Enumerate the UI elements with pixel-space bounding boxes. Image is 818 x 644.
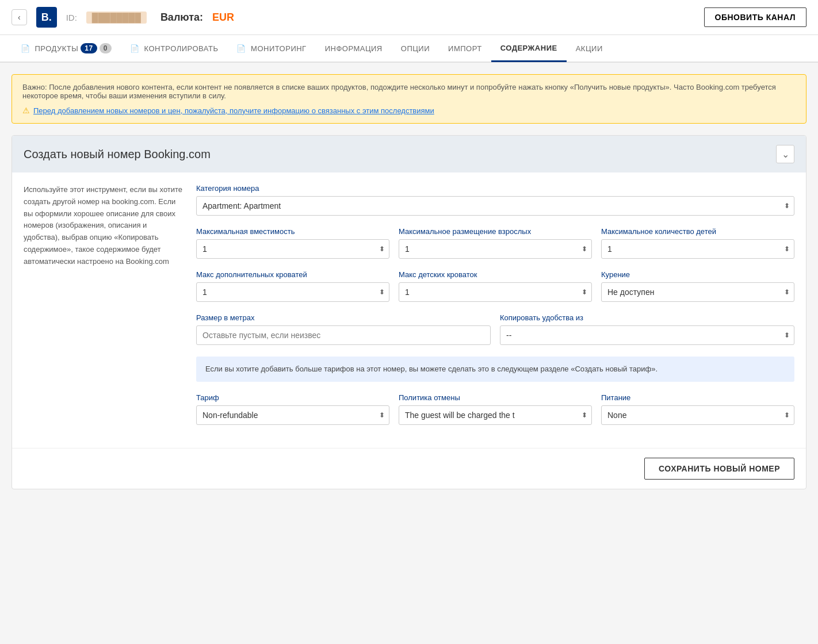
currency-value: EUR (212, 12, 234, 24)
form-description: Используйте этот инструмент, если вы хот… (24, 184, 185, 436)
tariff-select[interactable]: Non-refundable Flexible (196, 405, 389, 425)
room-size-input[interactable] (196, 325, 491, 345)
navigation: 📄 ПРОДУКТЫ 17 0 📄 КОНТРОЛИРОВАТЬ 📄 МОНИТ… (0, 35, 818, 63)
max-capacity-group: Максимальная вместимость 1234 (196, 227, 389, 259)
alert-link-container: ⚠ Перед добавлением новых номеров и цен,… (22, 106, 796, 115)
max-children-select[interactable]: 1234 (601, 239, 794, 259)
max-cribs-label: Макс детских кроваток (399, 270, 592, 279)
nav-import[interactable]: ИМПОРТ (439, 36, 491, 61)
brand-logo: B. (36, 7, 57, 28)
cancellation-select-wrapper: The guest will be charged the t (399, 405, 592, 425)
cancellation-label: Политика отмены (399, 393, 592, 402)
header-left: ‹ B. ID: ████████ Валюта: EUR (12, 7, 234, 28)
alert-text: Важно: После добавления нового контента,… (22, 83, 796, 100)
smoking-label: Курение (601, 270, 794, 279)
cancellation-group: Политика отмены The guest will be charge… (399, 393, 592, 425)
copy-amenities-select-wrapper: -- (500, 325, 794, 345)
smoking-group: Курение Не доступен Запрещено Разрешено (601, 270, 794, 302)
room-category-label: Категория номера (196, 184, 794, 193)
max-adults-select[interactable]: 1234 (399, 239, 592, 259)
max-children-group: Максимальное количество детей 1234 (601, 227, 794, 259)
tariff-select-wrapper: Non-refundable Flexible (196, 405, 389, 425)
save-room-button[interactable]: СОХРАНИТЬ НОВЫЙ НОМЕР (644, 458, 794, 480)
badge-products-count: 17 (81, 43, 97, 53)
nav-control[interactable]: 📄 КОНТРОЛИРОВАТЬ (121, 36, 228, 61)
max-capacity-select[interactable]: 1234 (196, 239, 389, 259)
create-room-form: Создать новый номер Booking.com ⌄ Исполь… (12, 135, 806, 489)
max-cribs-select[interactable]: 123 (399, 282, 592, 302)
alert-box: Важно: После добавления нового контента,… (12, 74, 806, 124)
header: ‹ B. ID: ████████ Валюта: EUR ОБНОВИТЬ К… (0, 0, 818, 35)
nav-icon-monitoring: 📄 (236, 44, 246, 53)
room-size-label: Размер в метрах (196, 313, 491, 322)
form-section-header: Создать новый номер Booking.com ⌄ (12, 136, 806, 172)
meal-select[interactable]: None Breakfast Half Board Full Board (601, 405, 794, 425)
warning-icon: ⚠ (22, 106, 30, 115)
max-cribs-group: Макс детских кроваток 123 (399, 270, 592, 302)
tariff-row: Тариф Non-refundable Flexible Политика о… (196, 393, 794, 425)
max-capacity-select-wrapper: 1234 (196, 239, 389, 259)
id-label: ID: (66, 13, 77, 22)
form-title: Создать новый номер Booking.com (24, 148, 211, 161)
meal-label: Питание (601, 393, 794, 402)
max-children-label: Максимальное количество детей (601, 227, 794, 236)
nav-content[interactable]: СОДЕРЖАНИЕ (491, 36, 567, 62)
max-adults-select-wrapper: 1234 (399, 239, 592, 259)
max-extra-beds-group: Макс дополнительных кроватей 123 (196, 270, 389, 302)
back-button[interactable]: ‹ (12, 9, 27, 25)
max-extra-beds-label: Макс дополнительных кроватей (196, 270, 389, 279)
nav-info[interactable]: ИНФОРМАЦИЯ (316, 36, 392, 61)
nav-icon-products: 📄 (21, 44, 30, 53)
copy-amenities-select[interactable]: -- (500, 325, 794, 345)
info-box: Если вы хотите добавить больше тарифов н… (196, 356, 794, 382)
room-size-group: Размер в метрах (196, 313, 491, 345)
max-extra-beds-select[interactable]: 123 (196, 282, 389, 302)
meal-select-wrapper: None Breakfast Half Board Full Board (601, 405, 794, 425)
form-footer: СОХРАНИТЬ НОВЫЙ НОМЕР (12, 448, 806, 489)
collapse-button[interactable]: ⌄ (776, 145, 794, 163)
copy-amenities-group: Копировать удобства из -- (500, 313, 794, 345)
nav-monitoring[interactable]: 📄 МОНИТОРИНГ (227, 36, 315, 61)
max-cribs-select-wrapper: 123 (399, 282, 592, 302)
max-children-select-wrapper: 1234 (601, 239, 794, 259)
badge-products-zero: 0 (100, 43, 112, 53)
nav-options[interactable]: ОПЦИИ (392, 36, 439, 61)
room-category-row: Категория номера Apartment: Apartment Do… (196, 184, 794, 216)
tariff-label: Тариф (196, 393, 389, 402)
smoking-select-wrapper: Не доступен Запрещено Разрешено (601, 282, 794, 302)
meal-group: Питание None Breakfast Half Board Full B… (601, 393, 794, 425)
max-capacity-label: Максимальная вместимость (196, 227, 389, 236)
cancellation-select[interactable]: The guest will be charged the t (399, 405, 592, 425)
size-amenities-row: Размер в метрах Копировать удобства из -… (196, 313, 794, 345)
max-adults-label: Максимальное размещение взрослых (399, 227, 592, 236)
nav-actions[interactable]: АКЦИИ (567, 36, 612, 61)
update-channel-button[interactable]: ОБНОВИТЬ КАНАЛ (704, 7, 807, 27)
room-category-select-wrapper: Apartment: Apartment Double Room Single … (196, 196, 794, 216)
form-fields: Категория номера Apartment: Apartment Do… (196, 184, 794, 436)
main-content: Важно: После добавления нового контента,… (0, 63, 818, 512)
tariff-group: Тариф Non-refundable Flexible (196, 393, 389, 425)
nav-icon-control: 📄 (130, 44, 140, 53)
alert-link[interactable]: Перед добавлением новых номеров и цен, п… (33, 106, 434, 115)
id-value: ████████ (86, 12, 147, 24)
room-category-group: Категория номера Apartment: Apartment Do… (196, 184, 794, 216)
nav-products[interactable]: 📄 ПРОДУКТЫ 17 0 (12, 35, 121, 62)
currency-label: Валюта: (160, 12, 203, 24)
room-category-select[interactable]: Apartment: Apartment Double Room Single … (196, 196, 794, 216)
max-extra-beds-select-wrapper: 123 (196, 282, 389, 302)
copy-amenities-label: Копировать удобства из (500, 313, 794, 322)
smoking-select[interactable]: Не доступен Запрещено Разрешено (601, 282, 794, 302)
form-body: Используйте этот инструмент, если вы хот… (12, 172, 806, 448)
beds-smoking-row: Макс дополнительных кроватей 123 Макс де… (196, 270, 794, 302)
capacity-row: Максимальная вместимость 1234 Максимальн… (196, 227, 794, 259)
max-adults-group: Максимальное размещение взрослых 1234 (399, 227, 592, 259)
